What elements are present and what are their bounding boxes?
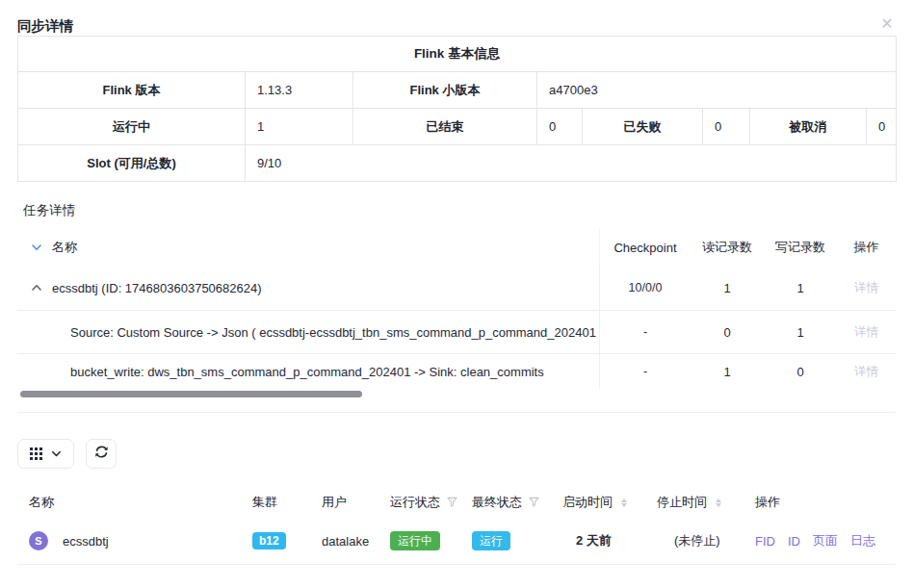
finished-value: 0 <box>537 109 583 145</box>
task-name: bucket_write: dws_tbn_sms_command_p_comm… <box>70 365 544 379</box>
jobs-col-user: 用户 <box>310 494 378 511</box>
task-col-name: 名称 <box>52 239 77 256</box>
collapse-row-chevron-up-icon[interactable] <box>31 282 42 294</box>
task-table-header: 名称 Checkpoint 读记录数 写记录数 操作 <box>17 229 896 266</box>
task-checkpoint: 10/0/0 <box>629 281 663 294</box>
filter-icon[interactable] <box>529 496 539 510</box>
jobs-col-start-time: 启动时间 <box>562 494 613 511</box>
flink-minor-value: a4700e3 <box>537 72 897 109</box>
task-write-count: 0 <box>764 365 837 379</box>
collapse-all-chevron-down-icon[interactable] <box>31 242 42 253</box>
id-link[interactable]: ID <box>788 534 800 549</box>
job-row: S ecssdbtj b12 datalake 运行中 运行 2 天前 (未停止… <box>17 518 896 565</box>
jobs-col-run-status: 运行状态 <box>390 494 440 511</box>
slot-value: 9/10 <box>246 145 897 182</box>
task-checkpoint: - <box>643 365 647 378</box>
log-link[interactable]: 日志 <box>850 532 875 550</box>
modal-header: 同步详情 ✕ <box>17 0 896 36</box>
canceled-label: 被取消 <box>750 109 867 145</box>
flink-info-title: Flink 基本信息 <box>18 37 897 72</box>
task-name: Source: Custom Source -> Json ( ecssdbtj… <box>70 325 599 340</box>
sorter-icon[interactable] <box>716 499 721 507</box>
jobs-col-stop-time: 停止时间 <box>657 494 707 511</box>
page-link[interactable]: 页面 <box>813 532 838 550</box>
jobs-col-cluster: 集群 <box>241 494 310 511</box>
horizontal-scrollbar <box>17 391 896 397</box>
task-row-sink: bucket_write: dws_tbn_sms_command_p_comm… <box>17 354 896 389</box>
jobs-col-final-status: 最终状态 <box>472 494 522 511</box>
task-detail-link[interactable]: 详情 <box>854 365 878 378</box>
modal-title: 同步详情 <box>17 18 73 34</box>
finished-label: 已结束 <box>353 109 537 145</box>
fid-link[interactable]: FID <box>755 534 775 549</box>
job-name: ecssdbtj <box>63 534 109 549</box>
task-write-count: 1 <box>764 281 837 295</box>
divider <box>17 412 896 413</box>
horizontal-scrollbar-thumb[interactable] <box>20 391 362 397</box>
sync-details-modal: 同步详情 ✕ Flink 基本信息 Flink 版本 1.13.3 Flink … <box>0 0 913 588</box>
canceled-value: 0 <box>867 109 897 145</box>
slot-label: Slot (可用/总数) <box>18 145 246 182</box>
final-status-badge: 运行 <box>472 531 510 550</box>
task-detail-link[interactable]: 详情 <box>854 281 878 294</box>
task-row-source: Source: Custom Source -> Json ( ecssdbtj… <box>17 311 896 354</box>
filter-icon[interactable] <box>447 496 457 510</box>
jobs-col-name: 名称 <box>17 494 241 511</box>
failed-label: 已失败 <box>583 109 703 145</box>
flink-version-label: Flink 版本 <box>18 72 246 109</box>
running-label: 运行中 <box>18 109 246 145</box>
task-checkpoint: - <box>643 325 647 339</box>
grid-icon <box>30 447 43 461</box>
job-start-time: 2 天前 <box>576 532 612 550</box>
flink-minor-label: Flink 小版本 <box>353 72 537 109</box>
job-stop-time: (未停止) <box>674 532 720 550</box>
refresh-icon <box>94 445 109 463</box>
task-read-count: 1 <box>691 365 764 379</box>
task-details-section-title: 任务详情 <box>23 202 896 219</box>
jobs-table-header: 名称 集群 用户 运行状态 最终状态 启动时间 停止时间 <box>17 487 896 518</box>
cluster-badge: b12 <box>252 532 286 550</box>
column-settings-button[interactable] <box>17 439 74 469</box>
jobs-table: 名称 集群 用户 运行状态 最终状态 启动时间 停止时间 <box>17 487 896 565</box>
failed-value: 0 <box>703 109 750 145</box>
run-status-badge: 运行中 <box>390 531 440 550</box>
running-value: 1 <box>246 109 353 145</box>
task-col-action: 操作 <box>837 239 896 256</box>
toolbar <box>17 439 896 469</box>
task-write-count: 1 <box>764 325 837 340</box>
close-icon[interactable]: ✕ <box>878 15 896 33</box>
jobs-col-action: 操作 <box>743 494 896 511</box>
refresh-button[interactable] <box>86 439 117 469</box>
task-name: ecssdbtj (ID: 1746803603750682624) <box>52 281 262 295</box>
task-col-write: 写记录数 <box>764 239 837 256</box>
task-col-checkpoint: Checkpoint <box>599 229 691 266</box>
sorter-icon[interactable] <box>621 499 627 507</box>
task-col-read: 读记录数 <box>691 239 764 256</box>
task-detail-link[interactable]: 详情 <box>854 325 878 339</box>
flink-version-value: 1.13.3 <box>246 72 353 109</box>
task-read-count: 1 <box>691 281 764 295</box>
task-table: 名称 Checkpoint 读记录数 写记录数 操作 ecssdbtj (ID:… <box>17 229 896 397</box>
chevron-down-icon <box>51 446 62 463</box>
task-read-count: 0 <box>691 325 764 340</box>
job-user: datalake <box>310 534 378 549</box>
flink-info-table: Flink 基本信息 Flink 版本 1.13.3 Flink 小版本 a47… <box>17 36 897 182</box>
task-row-parent: ecssdbtj (ID: 1746803603750682624) 10/0/… <box>17 266 896 311</box>
avatar: S <box>29 531 48 550</box>
